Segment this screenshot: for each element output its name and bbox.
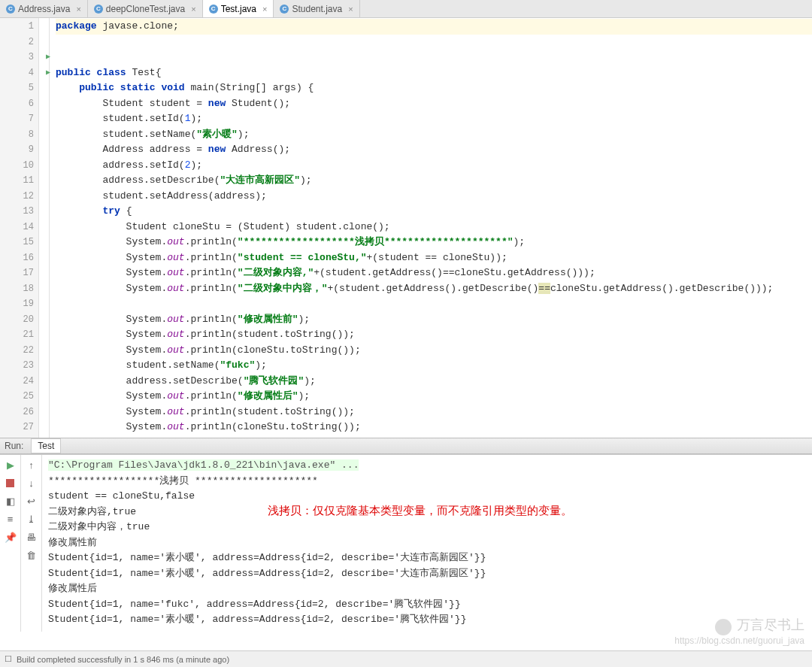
run-gutter-icon[interactable]: ▶ [46, 50, 50, 65]
status-bar: ☐ Build completed successfully in 1 s 84… [0, 650, 812, 667]
java-class-icon: C [94, 5, 103, 14]
watermark-url: https://blog.csdn.net/guorui_java [674, 635, 804, 646]
trash-icon[interactable]: 🗑 [25, 548, 38, 562]
run-toolbar-right: ↑ ↓ ↩ ⤓ 🖶 🗑 [21, 455, 42, 632]
tab-label: Student.java [292, 4, 342, 14]
close-icon[interactable]: × [348, 5, 353, 14]
code-area[interactable]: package javase.clone; public class Test{… [50, 18, 812, 438]
close-icon[interactable]: × [262, 5, 267, 14]
code-editor[interactable]: 1 2 3▶ 4▶ 5 6 7 8 9 10 11 12 13 14 15 16… [0, 18, 812, 438]
down-icon[interactable]: ↓ [25, 476, 38, 490]
status-text: Build completed successfully in 1 s 846 … [17, 655, 229, 664]
rerun-icon[interactable]: ▶ [4, 458, 17, 471]
console-line: 二级对象中内容，true [48, 521, 150, 532]
stop-icon[interactable] [4, 476, 17, 490]
console-line: student == cloneStu,false [48, 490, 195, 502]
run-label: Run: [5, 441, 23, 451]
console-line: 二级对象内容,true [48, 506, 136, 517]
close-icon[interactable]: × [76, 5, 80, 14]
tab-label: deepCloneTest.java [106, 4, 185, 14]
tab-label: Test.java [221, 4, 256, 14]
scroll-icon[interactable]: ⤓ [25, 512, 38, 526]
tab-label: Address.java [18, 4, 70, 14]
console-line: Student{id=1, name='fukc', address=Addre… [48, 599, 461, 610]
run-toolbar-left: ▶ ◧ ≡ 📌 [0, 455, 21, 632]
console-output[interactable]: "C:\Program Files\Java\jdk1.8.0_221\bin\… [42, 455, 812, 632]
layout-icon[interactable]: ◧ [4, 494, 17, 508]
console-line: Student{id=1, name='素小暖', address=Addres… [48, 614, 466, 625]
console-line: 修改属性后 [48, 583, 97, 594]
soft-wrap-icon[interactable]: ↩ [25, 494, 38, 508]
console-line: *******************浅拷贝 *****************… [48, 475, 318, 487]
java-class-icon: C [6, 5, 15, 14]
up-icon[interactable]: ↑ [25, 458, 38, 471]
filter-icon[interactable]: ≡ [4, 512, 17, 526]
fold-column[interactable] [39, 18, 50, 438]
run-gutter-icon[interactable]: ▶ [46, 65, 50, 81]
line-gutter: 1 2 3▶ 4▶ 5 6 7 8 9 10 11 12 13 14 15 16… [0, 18, 39, 438]
editor-tabs: C Address.java × C deepCloneTest.java × … [0, 0, 812, 18]
tab-deepclonetest[interactable]: C deepCloneTest.java × [88, 0, 203, 17]
tab-test[interactable]: C Test.java × [203, 0, 274, 17]
run-config-name[interactable]: Test [31, 438, 61, 453]
tab-address[interactable]: C Address.java × [0, 0, 88, 17]
status-icon: ☐ [5, 654, 12, 664]
console-line: Student{id=1, name='素小暖', address=Addres… [48, 568, 486, 579]
pin-icon[interactable]: 📌 [4, 530, 17, 544]
java-class-icon: C [209, 5, 218, 14]
run-panel: ▶ ◧ ≡ 📌 ↑ ↓ ↩ ⤓ 🖶 🗑 "C:\Program Files\Ja… [0, 454, 812, 632]
console-line: Student{id=1, name='素小暖', address=Addres… [48, 552, 486, 563]
java-class-icon: C [280, 5, 289, 14]
run-tool-window-header[interactable]: Run: Test [0, 438, 812, 454]
console-line: 修改属性前 [48, 537, 97, 548]
command-line: "C:\Program Files\Java\jdk1.8.0_221\bin\… [48, 459, 359, 471]
annotation-text: 浅拷贝：仅仅克隆基本类型变量，而不克隆引用类型的变量。 [268, 503, 572, 519]
print-icon[interactable]: 🖶 [25, 530, 38, 544]
close-icon[interactable]: × [191, 5, 195, 14]
tab-student[interactable]: C Student.java × [274, 0, 359, 17]
